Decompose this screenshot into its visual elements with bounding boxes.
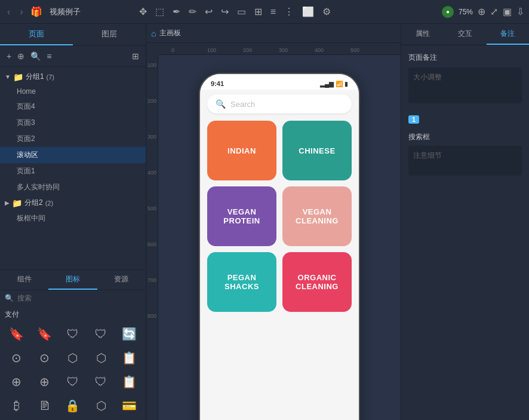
frame-tool[interactable]: ⬚	[154, 5, 165, 19]
list-view-button[interactable]: ≡	[45, 50, 53, 63]
icon-bitcoin[interactable]: ₿	[5, 396, 28, 415]
canvas-viewport: 9:41 ▂▄▆ 📶 ▮ 🔍 Search INDIAN	[158, 55, 401, 420]
icon-shield-3[interactable]: 🛡	[61, 372, 84, 391]
ruler-horizontal: 0 100 200 300 400 500	[158, 43, 401, 55]
card-chinese-label: CHINESE	[299, 146, 335, 155]
icon-doc-1[interactable]: 📋	[118, 348, 141, 367]
ruler-v-mark-300: 300	[147, 134, 156, 140]
tab-layers[interactable]: 图层	[73, 24, 146, 45]
icon-bookmark-2[interactable]: 🔖	[33, 324, 56, 344]
right-section-search: 1 搜索框 注意细节	[401, 108, 529, 180]
icon-hex-3[interactable]: ⬡	[90, 396, 113, 415]
share-action[interactable]: ⤢	[490, 6, 498, 17]
right-panel: 属性 交互 备注 页面备注 大小调整 1 搜索框 注意细节	[401, 24, 529, 420]
card-vegan-protein[interactable]: VEGAN PROTEIN	[207, 186, 276, 246]
icon-shield-2[interactable]: 🛡	[90, 324, 113, 344]
icon-add-circle[interactable]: ⊕	[5, 372, 28, 391]
search-icon: 🔍	[5, 294, 14, 302]
redo-tool[interactable]: ↪	[220, 5, 230, 19]
page-3[interactable]: 页面3	[0, 115, 146, 131]
align-h-tool[interactable]: ≡	[269, 5, 277, 19]
zoom-button[interactable]: ●	[442, 6, 454, 18]
tab-notes[interactable]: 备注	[487, 24, 529, 45]
icon-doc-2[interactable]: 📋	[118, 372, 141, 391]
forward-button[interactable]: ›	[17, 5, 25, 19]
group-1-header[interactable]: ▼ 📁 分组1 (7)	[0, 69, 146, 84]
preview-action[interactable]: ▣	[503, 6, 512, 17]
ruler-v-mark-400: 400	[147, 170, 156, 176]
tab-properties[interactable]: 属性	[401, 24, 444, 45]
sidebar-bottom: 组件 图标 资源 🔍 支付 🔖 🔖 🛡 🛡 🔄 ⊙ ⊙ ⬡ ⬡ 📋 ⊕	[0, 269, 146, 420]
tab-pages[interactable]: 页面	[0, 24, 73, 45]
page-2[interactable]: 页面2	[0, 131, 146, 147]
bottom-tabs: 组件 图标 资源	[0, 270, 146, 290]
icon-search-input[interactable]	[17, 294, 141, 302]
icon-add-circle-2[interactable]: ⊕	[33, 372, 56, 391]
export-action[interactable]: ⇩	[516, 6, 524, 17]
icon-bookmark-1[interactable]: 🔖	[5, 324, 28, 344]
ruler-mark-300: 300	[279, 47, 288, 53]
more-button[interactable]: ⊞	[130, 50, 141, 63]
phone-signal: ▂▄▆ 📶 ▮	[320, 81, 348, 87]
undo-tool[interactable]: ↩	[204, 5, 214, 19]
page-collab[interactable]: 多人实时协同	[0, 179, 146, 195]
search-pages-button[interactable]: 🔍	[29, 50, 42, 63]
tab-icons[interactable]: 图标	[48, 270, 97, 290]
icon-file[interactable]: 🖹	[33, 396, 56, 415]
phone-status-bar: 9:41 ▂▄▆ 📶 ▮	[200, 74, 359, 90]
icon-shield-4[interactable]: 🛡	[90, 372, 113, 391]
tab-components[interactable]: 组件	[0, 270, 48, 290]
ruler-v-mark-700: 700	[147, 277, 156, 283]
layout-tool[interactable]: ⬜	[301, 5, 315, 19]
component-tool[interactable]: ⊞	[253, 5, 263, 19]
sidebar-tabs: 页面 图层	[0, 24, 146, 46]
icon-circle-1[interactable]: ⊙	[5, 348, 28, 367]
zoom-value[interactable]: 75%	[459, 8, 473, 16]
icon-shield-1[interactable]: 🛡	[61, 324, 84, 344]
icon-hex-1[interactable]: ⬡	[61, 348, 84, 367]
card-vegan-cleaning-label: VEGAN CLEANING	[296, 207, 339, 225]
settings-tool[interactable]: ⚙	[321, 5, 332, 19]
pen-tool[interactable]: ✒	[171, 5, 182, 19]
ruler-mark-500: 500	[350, 47, 359, 53]
phone-search-bar[interactable]: 🔍 Search	[207, 94, 352, 114]
select-tool[interactable]: ✥	[138, 5, 148, 19]
ruler-mark-0: 0	[171, 47, 174, 53]
pencil-tool[interactable]: ✏	[187, 5, 198, 19]
card-indian-label: INDIAN	[227, 146, 256, 155]
rect-tool[interactable]: ▭	[236, 5, 247, 19]
align-v-tool[interactable]: ⋮	[283, 5, 295, 19]
page-1[interactable]: 页面1	[0, 163, 146, 179]
group-2-arrow: ▶	[5, 200, 10, 206]
page-home[interactable]: Home	[0, 84, 146, 99]
add-action[interactable]: ⊕	[478, 6, 485, 17]
page-frame[interactable]: 板框中间	[0, 210, 146, 226]
page-4[interactable]: 页面4	[0, 99, 146, 115]
card-chinese[interactable]: CHINESE	[282, 121, 352, 180]
icon-circle-2[interactable]: ⊙	[33, 348, 56, 367]
page-scroll[interactable]: 滚动区	[0, 147, 146, 163]
search-label: 搜索框	[408, 132, 522, 142]
icon-lock[interactable]: 🔒	[61, 396, 84, 415]
group-2-header[interactable]: ▶ 📁 分组2 (2)	[0, 195, 146, 210]
tab-assets[interactable]: 资源	[97, 270, 146, 290]
tab-interaction[interactable]: 交互	[444, 24, 486, 45]
signal-bars: ▂▄▆	[320, 81, 334, 87]
search-note-input[interactable]: 注意细节	[408, 146, 522, 176]
back-button[interactable]: ‹	[5, 5, 13, 19]
search-badge: 1	[408, 115, 419, 124]
card-pegan[interactable]: PEGAN SHACKS	[207, 252, 276, 312]
card-vegan-cleaning[interactable]: VEGAN CLEANING	[282, 186, 352, 246]
icon-section-label: 支付	[0, 306, 146, 322]
icon-card[interactable]: 💳	[118, 396, 141, 415]
page-notes-input[interactable]: 大小调整	[408, 68, 522, 103]
page-notes-placeholder: 大小调整	[413, 73, 442, 81]
icon-refresh[interactable]: 🔄	[118, 324, 141, 344]
icon-hex-2[interactable]: ⬡	[90, 348, 113, 367]
battery-icon: ▮	[345, 81, 348, 87]
add-section-button[interactable]: ⊕	[16, 50, 26, 63]
card-indian[interactable]: INDIAN	[207, 121, 276, 180]
card-organic[interactable]: ORGANIC CLEANING	[282, 252, 352, 312]
add-page-button[interactable]: +	[5, 50, 13, 63]
phone-search-icon: 🔍	[216, 99, 226, 109]
